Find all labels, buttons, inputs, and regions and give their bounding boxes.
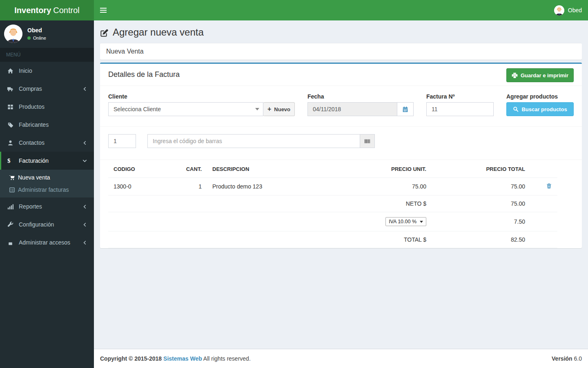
sistemas-web-link[interactable]: Sistemas Web (163, 355, 202, 362)
barcode-input[interactable] (147, 134, 360, 148)
iva-row: IVA 10.00 % 7.50 (108, 212, 557, 231)
cell-cant: 1 (180, 178, 207, 195)
sidebar-item-administrar-facturas[interactable]: Administrar facturas (0, 184, 94, 196)
chevron-left-icon (82, 204, 88, 210)
chevron-down-icon (420, 221, 423, 223)
nuevo-cliente-button[interactable]: + Nuevo (263, 102, 295, 116)
neto-value: 75.00 (432, 195, 530, 212)
iva-select[interactable]: IVA 10.00 % (385, 217, 426, 226)
chevron-left-icon (82, 222, 88, 228)
iva-value: 7.50 (432, 212, 530, 231)
col-codigo: CODIGO (108, 161, 180, 178)
quantity-input[interactable] (108, 134, 136, 148)
trash-icon[interactable] (546, 183, 552, 189)
fecha-input[interactable] (307, 102, 397, 116)
chevron-left-icon (82, 240, 88, 246)
facturacion-submenu: Nueva venta Administrar facturas (0, 170, 94, 197)
list-icon (9, 187, 18, 193)
brand-normal: Control (53, 6, 79, 15)
cliente-select[interactable]: Selecciona Cliente (108, 102, 263, 116)
invoice-fields-row: Cliente Selecciona Cliente + Nuevo Fecha (100, 86, 582, 127)
sidebar-item-administrar-accesos[interactable]: Administrar accesos (0, 233, 94, 251)
barcode-icon (360, 134, 375, 148)
sidebar-item-facturacion[interactable]: $ Facturación (0, 152, 94, 170)
bar-chart-icon (7, 204, 19, 210)
sidebar-toggle-icon[interactable] (94, 0, 112, 20)
fecha-field-group: Fecha (307, 93, 414, 116)
guardar-imprimir-button[interactable]: Guardar e imprimir (506, 68, 574, 82)
invoice-items-table: CODIGO CANT. DESCRIPCION PRECIO UNIT. PR… (108, 161, 557, 248)
col-cant: CANT. (180, 161, 207, 178)
neto-row: NETO $ 75.00 (108, 195, 557, 212)
calendar-icon[interactable] (397, 102, 414, 116)
sidebar-item-contactos[interactable]: Contactos (0, 134, 94, 152)
brand-bold: Inventory (14, 6, 51, 15)
sidebar-menu-header: MENÚ (0, 48, 94, 62)
navbar-user-name: Obed (568, 7, 582, 13)
main-header: Inventory Control Obed (0, 0, 588, 20)
page-title: Agregar nueva venta (100, 27, 582, 38)
neto-label: NETO $ (108, 195, 432, 212)
footer-copyright: Copyright © 2015-2018 Sistemas Web All r… (100, 355, 251, 362)
tag-icon (7, 122, 19, 128)
search-icon (513, 106, 519, 112)
dollar-icon: $ (7, 157, 19, 164)
agregar-productos-group: Agregar productos Buscar productos (506, 93, 574, 116)
truck-icon (7, 86, 19, 92)
sidebar-item-productos[interactable]: Productos (0, 98, 94, 116)
cliente-field-group: Cliente Selecciona Cliente + Nuevo (108, 93, 295, 116)
chevron-down-icon (255, 108, 259, 110)
cart-icon (9, 175, 18, 181)
nueva-venta-box-title: Nueva Venta (100, 43, 582, 60)
sidebar-item-inicio[interactable]: Inicio (0, 62, 94, 80)
col-precio-total: PRECIO TOTAL (432, 161, 530, 178)
total-label: TOTAL $ (108, 231, 432, 248)
factura-num-label: Factura Nº (426, 93, 494, 100)
online-status-icon (27, 36, 31, 40)
app-logo[interactable]: Inventory Control (0, 0, 94, 20)
factura-num-input[interactable] (426, 102, 494, 116)
main-content: Nueva Venta Detalles de la Factura Guard… (94, 43, 588, 349)
sidebar-item-fabricantes[interactable]: Fabricantes (0, 116, 94, 134)
plus-icon: + (267, 105, 271, 113)
sidebar-item-configuracion[interactable]: Configuración (0, 215, 94, 233)
navbar-user-menu[interactable]: Obed (554, 5, 588, 16)
grid-icon (7, 104, 19, 110)
fecha-label: Fecha (307, 93, 414, 100)
col-descripcion: DESCRIPCION (207, 161, 355, 178)
sidebar-item-compras[interactable]: Compras (0, 80, 94, 98)
cell-codigo: 1300-0 (108, 178, 180, 195)
content-header: Agregar nueva venta (94, 20, 588, 43)
factura-box-header: Detalles de la Factura Guardar e imprimi… (100, 64, 582, 86)
factura-section-title: Detalles de la Factura (108, 70, 574, 79)
content-wrapper: Agregar nueva venta Nueva Venta Detalles… (94, 20, 588, 368)
total-row: TOTAL $ 82.50 (108, 231, 557, 248)
user-avatar (4, 25, 22, 43)
cell-descripcion: Producto demo 123 (207, 178, 355, 195)
chevron-left-icon (82, 86, 88, 92)
table-row: 1300-0 1 Producto demo 123 75.00 75.00 (108, 178, 557, 195)
chevron-down-icon (82, 158, 88, 164)
factura-num-field-group: Factura Nº (426, 93, 494, 116)
cell-precio-unit: 75.00 (355, 178, 432, 195)
footer-version: Versión 6.0 (552, 355, 582, 362)
edit-icon (100, 28, 109, 37)
cliente-label: Cliente (108, 93, 295, 100)
sidebar: Obed Online MENÚ Inicio Compras Producto… (0, 20, 94, 368)
main-footer: Copyright © 2015-2018 Sistemas Web All r… (94, 349, 588, 368)
sidebar-item-reportes[interactable]: Reportes (0, 197, 94, 215)
sidebar-item-nueva-venta[interactable]: Nueva venta (0, 171, 94, 184)
buscar-productos-button[interactable]: Buscar productos (506, 102, 574, 116)
user-avatar (554, 5, 564, 16)
chevron-left-icon (82, 140, 88, 146)
sidebar-user-panel: Obed Online (0, 20, 94, 48)
wrench-icon (7, 222, 19, 228)
sidebar-user-status[interactable]: Online (27, 36, 46, 40)
user-icon (7, 140, 19, 146)
top-navbar: Obed (94, 0, 588, 20)
total-value: 82.50 (432, 231, 530, 248)
factura-box: Detalles de la Factura Guardar e imprimi… (100, 63, 582, 248)
barcode-row (100, 127, 582, 160)
printer-icon (512, 72, 518, 79)
table-header-row: CODIGO CANT. DESCRIPCION PRECIO UNIT. PR… (108, 161, 557, 178)
